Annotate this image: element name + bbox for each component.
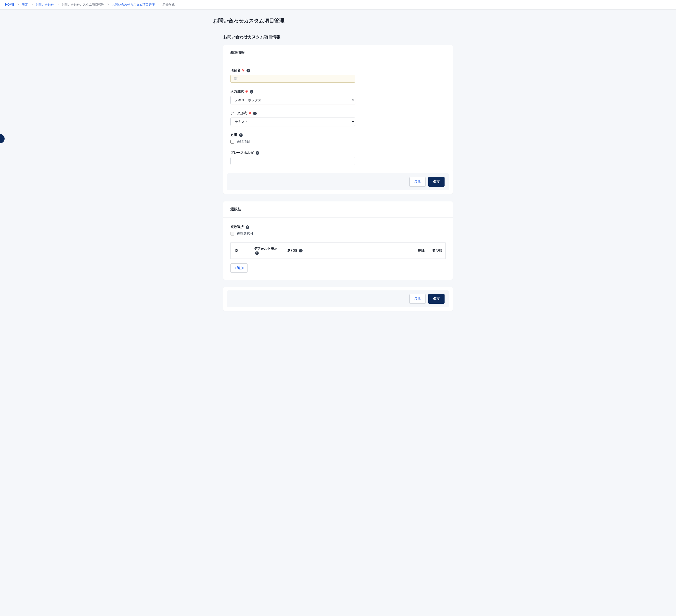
multi-select-checkbox-label: 複数選択可 (237, 231, 253, 236)
breadcrumb-sep: > (57, 3, 59, 6)
col-order: 並び順 (428, 243, 446, 259)
basic-info-header: 基本情報 (223, 45, 453, 61)
col-id: ID (231, 243, 251, 259)
crumb-new: 新規作成 (162, 3, 175, 6)
crumb-custom-mgmt-link[interactable]: お問い合わせカスタム項目管理 (112, 3, 155, 6)
breadcrumb-sep: > (158, 3, 159, 6)
multi-select-checkbox (230, 232, 234, 236)
help-icon[interactable]: ? (256, 151, 259, 155)
multi-select-label: 複数選択 ? (230, 225, 446, 229)
help-icon[interactable]: ? (246, 225, 249, 229)
placeholder-input[interactable] (230, 157, 355, 165)
required-checkbox[interactable] (230, 140, 234, 144)
crumb-custom-mgmt: お問い合わせカスタム項目管理 (61, 3, 104, 6)
back-button[interactable]: 戻る (409, 177, 426, 187)
breadcrumb-sep: > (17, 3, 19, 6)
section-title: お問い合わせカスタム項目情報 (223, 29, 453, 45)
add-option-button[interactable]: + 追加 (230, 263, 247, 273)
field-name-label: 項目名 ※ ? (230, 68, 446, 73)
breadcrumb: HOME > 設定 > お問い合わせ > お問い合わせカスタム項目管理 > お問… (0, 0, 676, 10)
col-option: 選択肢 ? (284, 243, 412, 259)
data-format-label: データ形式 ※ ? (230, 111, 446, 115)
options-header: 選択肢 (223, 202, 453, 218)
action-bar-top: 戻る 保存 (223, 170, 453, 194)
required-label: 必須 ? (230, 132, 446, 137)
options-table: ID デフォルト表示 ? 選択肢 ? 削除 並び順 (230, 242, 446, 259)
help-icon[interactable]: ? (299, 249, 302, 253)
required-mark: ※ (245, 90, 248, 93)
help-icon[interactable]: ? (250, 90, 253, 94)
help-icon[interactable]: ? (239, 133, 243, 137)
options-card: 選択肢 複数選択 ? 複数選択可 ID (223, 202, 453, 280)
input-format-label: 入力形式 ※ ? (230, 89, 446, 94)
breadcrumb-sep: > (107, 3, 109, 6)
crumb-settings[interactable]: 設定 (22, 3, 28, 6)
help-icon[interactable]: ? (255, 251, 259, 255)
back-button[interactable]: 戻る (409, 294, 426, 304)
action-bar-bottom: 戻る 保存 (223, 287, 453, 311)
field-name-input[interactable] (230, 75, 355, 82)
input-format-select[interactable]: テキストボックス (230, 96, 355, 104)
data-format-select[interactable]: テキスト (230, 118, 355, 126)
crumb-home[interactable]: HOME (5, 3, 14, 6)
col-delete: 削除 (412, 243, 428, 259)
save-button[interactable]: 保存 (428, 177, 445, 187)
help-icon[interactable]: ? (246, 69, 250, 72)
plus-icon: + (234, 266, 237, 270)
page-title: お問い合わせカスタム項目管理 (208, 10, 468, 29)
required-checkbox-label: 必須項目 (237, 139, 250, 144)
placeholder-label: プレースホルダ ? (230, 151, 446, 155)
crumb-inquiry[interactable]: お問い合わせ (36, 3, 54, 6)
required-mark: ※ (242, 68, 245, 72)
required-mark: ※ (248, 111, 251, 115)
help-icon[interactable]: ? (253, 112, 257, 115)
save-button[interactable]: 保存 (428, 294, 445, 304)
col-default: デフォルト表示 ? (251, 243, 284, 259)
side-indicator-dot[interactable] (0, 134, 5, 143)
breadcrumb-sep: > (31, 3, 33, 6)
